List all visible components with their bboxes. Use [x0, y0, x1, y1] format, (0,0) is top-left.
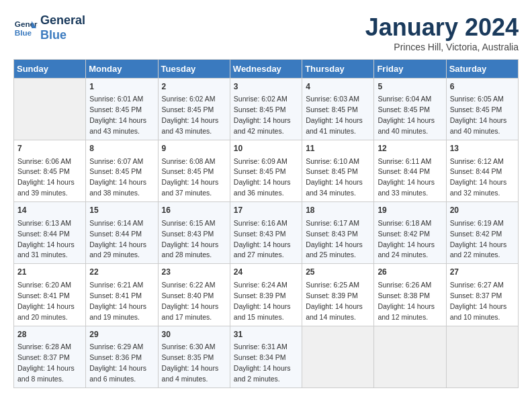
- svg-text:Blue: Blue: [15, 28, 32, 36]
- calendar-day-cell: 1 Sunrise: 6:01 AM Sunset: 8:45 PM Dayli…: [86, 79, 158, 140]
- calendar-day-cell: 28 Sunrise: 6:28 AM Sunset: 8:37 PM Dayl…: [14, 326, 86, 387]
- calendar-day-cell: 5 Sunrise: 6:04 AM Sunset: 8:45 PM Dayli…: [374, 79, 446, 140]
- sunset-info: Sunset: 8:43 PM: [306, 230, 358, 238]
- sunrise-info: Sunrise: 6:22 AM: [162, 281, 216, 289]
- calendar-table: SundayMondayTuesdayWednesdayThursdayFrid…: [13, 59, 519, 388]
- sunrise-info: Sunrise: 6:30 AM: [162, 342, 216, 351]
- daylight-info: Daylight: 14 hours and 15 minutes.: [234, 302, 291, 321]
- calendar-day-cell: 20 Sunrise: 6:19 AM Sunset: 8:42 PM Dayl…: [446, 202, 518, 264]
- weekday-header-cell: Friday: [374, 60, 446, 79]
- month-title: January 2024: [365, 13, 519, 42]
- calendar-day-cell: 8 Sunrise: 6:07 AM Sunset: 8:45 PM Dayli…: [86, 140, 158, 202]
- daylight-info: Daylight: 14 hours and 25 minutes.: [306, 240, 363, 259]
- calendar-day-cell: 16 Sunrise: 6:15 AM Sunset: 8:43 PM Dayl…: [158, 202, 230, 264]
- page-header: General Blue General Blue January 2024 P…: [13, 13, 519, 52]
- day-number: 22: [89, 267, 154, 278]
- daylight-info: Daylight: 14 hours and 8 minutes.: [17, 364, 75, 383]
- day-number: 7: [17, 143, 82, 154]
- daylight-info: Daylight: 14 hours and 41 minutes.: [306, 116, 363, 135]
- weekday-header-row: SundayMondayTuesdayWednesdayThursdayFrid…: [14, 60, 519, 79]
- calendar-week-row: 28 Sunrise: 6:28 AM Sunset: 8:37 PM Dayl…: [14, 326, 519, 387]
- sunrise-info: Sunrise: 6:02 AM: [234, 95, 287, 103]
- daylight-info: Daylight: 14 hours and 19 minutes.: [89, 302, 146, 321]
- day-number: 18: [306, 205, 370, 216]
- sunrise-info: Sunrise: 6:06 AM: [17, 157, 71, 165]
- sunrise-info: Sunrise: 6:27 AM: [450, 281, 504, 289]
- weekday-header-cell: Sunday: [14, 60, 86, 79]
- day-number: 30: [162, 329, 226, 340]
- daylight-info: Daylight: 14 hours and 38 minutes.: [89, 178, 146, 197]
- calendar-day-cell: 2 Sunrise: 6:02 AM Sunset: 8:45 PM Dayli…: [158, 79, 230, 140]
- calendar-body: 1 Sunrise: 6:01 AM Sunset: 8:45 PM Dayli…: [14, 79, 519, 388]
- sunset-info: Sunset: 8:42 PM: [450, 230, 502, 238]
- daylight-info: Daylight: 14 hours and 31 minutes.: [17, 240, 75, 259]
- calendar-day-cell: 10 Sunrise: 6:09 AM Sunset: 8:45 PM Dayl…: [230, 140, 302, 202]
- day-number: 2: [162, 81, 226, 93]
- sunset-info: Sunset: 8:39 PM: [234, 291, 286, 300]
- day-number: 16: [162, 205, 226, 216]
- sunset-info: Sunset: 8:43 PM: [162, 230, 214, 238]
- location: Princes Hill, Victoria, Australia: [365, 42, 519, 52]
- day-number: 19: [378, 205, 442, 216]
- calendar-day-cell: 13 Sunrise: 6:12 AM Sunset: 8:44 PM Dayl…: [446, 140, 518, 202]
- calendar-day-cell: 30 Sunrise: 6:30 AM Sunset: 8:35 PM Dayl…: [158, 326, 230, 387]
- day-number: 31: [234, 329, 298, 340]
- calendar-day-cell: [14, 79, 86, 140]
- daylight-info: Daylight: 14 hours and 17 minutes.: [162, 302, 219, 321]
- sunrise-info: Sunrise: 6:21 AM: [89, 281, 143, 289]
- day-number: 29: [89, 329, 154, 340]
- daylight-info: Daylight: 14 hours and 2 minutes.: [234, 364, 291, 383]
- calendar-day-cell: 11 Sunrise: 6:10 AM Sunset: 8:45 PM Dayl…: [302, 140, 374, 202]
- sunrise-info: Sunrise: 6:11 AM: [378, 157, 431, 165]
- sunrise-info: Sunrise: 6:20 AM: [17, 281, 71, 289]
- sunrise-info: Sunrise: 6:04 AM: [378, 95, 431, 103]
- sunset-info: Sunset: 8:34 PM: [234, 353, 286, 361]
- sunset-info: Sunset: 8:43 PM: [234, 230, 286, 238]
- day-number: 23: [162, 267, 226, 278]
- sunrise-info: Sunrise: 6:17 AM: [306, 219, 359, 227]
- sunrise-info: Sunrise: 6:28 AM: [17, 342, 71, 351]
- sunrise-info: Sunrise: 6:02 AM: [162, 95, 216, 103]
- daylight-info: Daylight: 14 hours and 42 minutes.: [234, 116, 291, 135]
- calendar-day-cell: [374, 326, 446, 387]
- title-block: January 2024 Princes Hill, Victoria, Aus…: [365, 13, 519, 52]
- day-number: 25: [306, 267, 370, 278]
- daylight-info: Daylight: 14 hours and 40 minutes.: [450, 116, 507, 135]
- sunrise-info: Sunrise: 6:10 AM: [306, 157, 359, 165]
- daylight-info: Daylight: 14 hours and 20 minutes.: [17, 302, 75, 321]
- day-number: 12: [378, 143, 442, 154]
- day-number: 17: [234, 205, 298, 216]
- calendar-day-cell: 27 Sunrise: 6:27 AM Sunset: 8:37 PM Dayl…: [446, 264, 518, 326]
- calendar-day-cell: 24 Sunrise: 6:24 AM Sunset: 8:39 PM Dayl…: [230, 264, 302, 326]
- day-number: 4: [306, 81, 370, 93]
- calendar-day-cell: 29 Sunrise: 6:29 AM Sunset: 8:36 PM Dayl…: [86, 326, 158, 387]
- day-number: 13: [450, 143, 515, 154]
- daylight-info: Daylight: 14 hours and 36 minutes.: [234, 178, 291, 197]
- sunset-info: Sunset: 8:42 PM: [378, 230, 430, 238]
- day-number: 15: [89, 205, 154, 216]
- day-number: 11: [306, 143, 370, 154]
- daylight-info: Daylight: 14 hours and 6 minutes.: [89, 364, 146, 383]
- calendar-day-cell: 19 Sunrise: 6:18 AM Sunset: 8:42 PM Dayl…: [374, 202, 446, 264]
- sunset-info: Sunset: 8:44 PM: [17, 230, 70, 238]
- calendar-day-cell: 25 Sunrise: 6:25 AM Sunset: 8:39 PM Dayl…: [302, 264, 374, 326]
- sunset-info: Sunset: 8:45 PM: [89, 167, 142, 175]
- daylight-info: Daylight: 14 hours and 34 minutes.: [306, 178, 363, 197]
- day-number: 6: [450, 81, 515, 93]
- sunrise-info: Sunrise: 6:19 AM: [450, 219, 504, 227]
- sunset-info: Sunset: 8:44 PM: [89, 230, 142, 238]
- calendar-day-cell: [302, 326, 374, 387]
- day-number: 10: [234, 143, 298, 154]
- sunset-info: Sunset: 8:41 PM: [17, 291, 70, 300]
- calendar-day-cell: 6 Sunrise: 6:05 AM Sunset: 8:45 PM Dayli…: [446, 79, 518, 140]
- daylight-info: Daylight: 14 hours and 29 minutes.: [89, 240, 146, 259]
- weekday-header-cell: Saturday: [446, 60, 518, 79]
- sunset-info: Sunset: 8:45 PM: [306, 167, 358, 175]
- sunrise-info: Sunrise: 6:03 AM: [306, 95, 359, 103]
- sunrise-info: Sunrise: 6:26 AM: [378, 281, 431, 289]
- sunrise-info: Sunrise: 6:16 AM: [234, 219, 287, 227]
- sunset-info: Sunset: 8:45 PM: [378, 105, 430, 113]
- weekday-header-cell: Monday: [86, 60, 158, 79]
- sunset-info: Sunset: 8:45 PM: [162, 167, 214, 175]
- daylight-info: Daylight: 14 hours and 43 minutes.: [89, 116, 146, 135]
